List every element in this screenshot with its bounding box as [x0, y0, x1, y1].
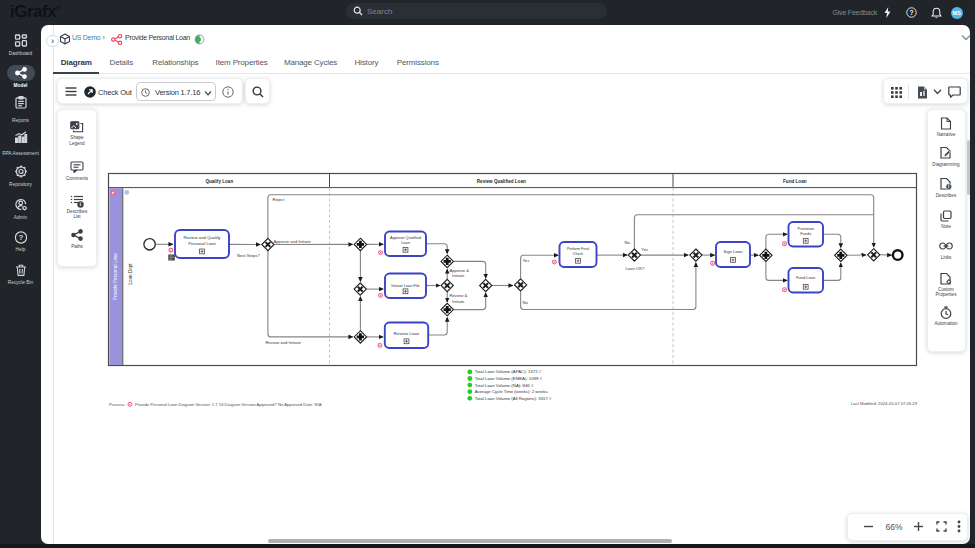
svg-text:Loan Dept: Loan Dept: [128, 263, 133, 285]
svg-text:Initiate: Initiate: [452, 273, 465, 278]
svg-text:Approve &: Approve &: [450, 268, 470, 273]
svg-text:Loan: Loan: [401, 240, 410, 245]
svg-text:?: ?: [18, 233, 23, 242]
svg-text:Approve and Initiate: Approve and Initiate: [274, 239, 312, 244]
svg-text:No: No: [624, 240, 630, 245]
svg-text:No: No: [522, 300, 528, 305]
svg-text:Total Loan Volume (All Regions: Total Loan Volume (All Regions): 3317 #: [475, 396, 552, 401]
svg-text:Review &: Review &: [450, 293, 468, 298]
svg-text:Provide Personal Loan: Provide Personal Loan: [113, 252, 118, 300]
svg-text:Check: Check: [573, 252, 584, 256]
svg-text:Total Loan Volume (APAC): 1372: Total Loan Volume (APAC): 1372 #: [475, 369, 542, 374]
svg-text:Next Steps?: Next Steps?: [237, 253, 260, 258]
svg-text:?: ?: [909, 9, 913, 16]
svg-text:Yes: Yes: [522, 258, 529, 263]
svg-text:Process:: Process:: [109, 402, 125, 407]
svg-text:Initiate: Initiate: [452, 299, 465, 304]
svg-text:Average Cycle Time (weeks): 2: Average Cycle Time (weeks): 2 weeks: [475, 389, 548, 394]
svg-text:Fund Loan: Fund Loan: [783, 179, 807, 184]
svg-text:Total Loan Volume (EMEA): 1099: Total Loan Volume (EMEA): 1099 #: [475, 376, 543, 381]
svg-text:Initiate Loan File: Initiate Loan File: [391, 283, 420, 288]
svg-text:Provide Personal Loan Diagram: Provide Personal Loan Diagram Version: 1…: [135, 402, 322, 407]
svg-text:Review Qualified Loan: Review Qualified Loan: [477, 179, 526, 184]
svg-text:Loan OK?: Loan OK?: [625, 266, 645, 271]
svg-text:Yes: Yes: [641, 247, 648, 252]
svg-text:Qualify Loan: Qualify Loan: [205, 179, 233, 184]
svg-text:Last Modified: 2024-05-07 07:2: Last Modified: 2024-05-07 07:26:29: [851, 401, 918, 406]
svg-text:Funds: Funds: [800, 231, 811, 236]
svg-text:Sign Loan: Sign Loan: [724, 249, 744, 254]
svg-text:Fund Loan: Fund Loan: [796, 275, 815, 280]
svg-text:Total Loan Volume (NA): 846 #: Total Loan Volume (NA): 846 #: [475, 383, 534, 388]
svg-text:Review and Initiate: Review and Initiate: [266, 340, 302, 345]
svg-text:Review and Qualify: Review and Qualify: [183, 235, 221, 240]
svg-text:Reject: Reject: [273, 197, 286, 202]
svg-text:Perform Final: Perform Final: [567, 247, 589, 251]
svg-text:Review Loan: Review Loan: [394, 331, 420, 336]
svg-text:Personal Loan: Personal Loan: [188, 241, 216, 246]
